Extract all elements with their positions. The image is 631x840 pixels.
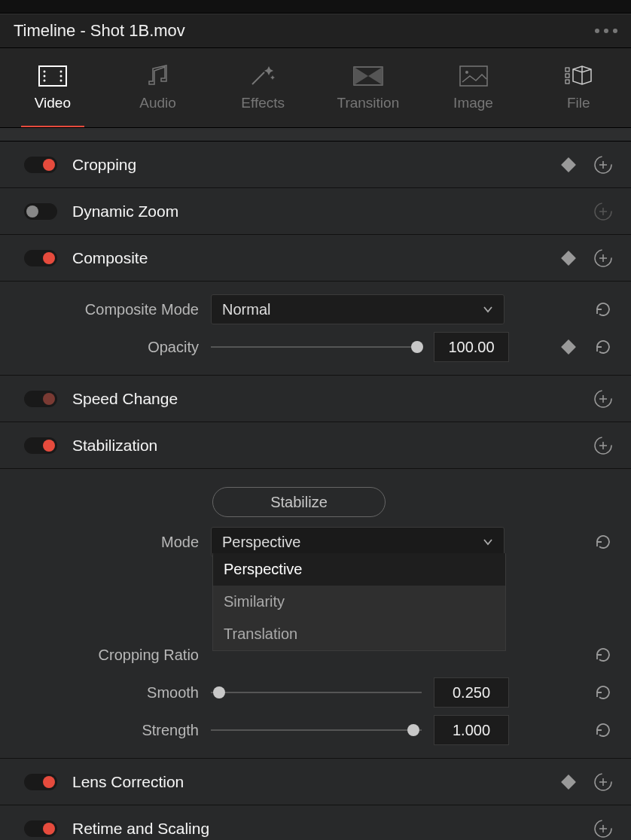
- reset-icon[interactable]: [593, 683, 613, 702]
- tab-label: Effects: [241, 95, 285, 111]
- keyframe-icon[interactable]: [561, 339, 576, 355]
- window-title: Timeline - Shot 1B.mov: [14, 21, 185, 41]
- section-title: Retime and Scaling: [72, 820, 617, 838]
- svg-point-6: [59, 79, 62, 81]
- tab-transition[interactable]: Transition: [316, 48, 421, 127]
- reset-icon[interactable]: [593, 155, 613, 175]
- svg-rect-0: [39, 66, 66, 86]
- smooth-value[interactable]: 0.250: [434, 677, 509, 708]
- reset-icon[interactable]: [593, 772, 613, 792]
- reset-icon[interactable]: [593, 720, 613, 740]
- smooth-label: Smooth: [0, 684, 199, 702]
- inspector-tabs: Video Audio Effects Transition Image Fil…: [0, 48, 631, 128]
- toggle-lens-correction[interactable]: [24, 774, 57, 790]
- image-icon: [459, 65, 489, 87]
- toggle-dynamic-zoom[interactable]: [24, 203, 57, 220]
- svg-rect-10: [565, 68, 569, 72]
- composite-mode-label: Composite Mode: [0, 301, 199, 318]
- section-composite-header[interactable]: Composite: [0, 235, 631, 282]
- opacity-label: Opacity: [0, 339, 199, 356]
- section-speed-change-header[interactable]: Speed Change: [0, 376, 631, 422]
- svg-rect-12: [565, 80, 569, 84]
- titlebar: Timeline - Shot 1B.mov: [0, 14, 631, 48]
- mode-option-perspective[interactable]: Perspective: [213, 553, 505, 586]
- toggle-cropping[interactable]: [24, 157, 57, 173]
- keyframe-icon[interactable]: [561, 157, 576, 172]
- effects-icon: [248, 65, 278, 87]
- section-title: Speed Change: [72, 390, 617, 408]
- reset-icon[interactable]: [593, 202, 613, 221]
- keyframe-icon[interactable]: [561, 775, 576, 790]
- toggle-stabilization[interactable]: [24, 437, 57, 454]
- svg-rect-11: [565, 74, 569, 78]
- tab-label: Transition: [337, 95, 399, 111]
- cropping-ratio-label: Cropping Ratio: [0, 647, 199, 664]
- chevron-down-icon: [483, 538, 493, 546]
- reset-icon[interactable]: [593, 248, 613, 268]
- section-title: Cropping: [72, 156, 617, 174]
- tab-effects[interactable]: Effects: [210, 48, 316, 127]
- section-title: Dynamic Zoom: [72, 202, 617, 221]
- svg-point-1: [43, 70, 45, 72]
- section-title: Stabilization: [72, 437, 617, 455]
- dropdown-value: Normal: [222, 301, 270, 318]
- svg-point-5: [59, 75, 62, 77]
- reset-icon[interactable]: [593, 645, 613, 665]
- mode-option-translation[interactable]: Translation: [213, 618, 505, 650]
- opacity-slider[interactable]: [211, 339, 422, 355]
- reset-icon[interactable]: [593, 819, 613, 838]
- strength-slider[interactable]: [211, 723, 422, 738]
- stabilization-mode-menu: Perspective Similarity Translation: [212, 553, 506, 651]
- section-stabilization-header[interactable]: Stabilization: [0, 422, 631, 469]
- svg-point-9: [465, 71, 468, 74]
- dropdown-value: Perspective: [222, 534, 301, 551]
- section-lens-correction-header[interactable]: Lens Correction: [0, 759, 631, 805]
- section-title: Composite: [72, 249, 617, 267]
- tab-label: Video: [35, 95, 71, 111]
- opacity-value[interactable]: 100.00: [434, 332, 509, 362]
- mode-option-similarity[interactable]: Similarity: [213, 586, 505, 618]
- stabilization-mode-dropdown[interactable]: Perspective: [211, 527, 504, 557]
- svg-point-4: [59, 70, 62, 72]
- transition-icon: [353, 65, 383, 87]
- chevron-down-icon: [483, 306, 493, 313]
- toggle-composite[interactable]: [24, 250, 57, 266]
- section-title: Lens Correction: [72, 773, 617, 791]
- stabilization-mode-label: Mode: [0, 534, 199, 551]
- reset-icon[interactable]: [593, 337, 613, 357]
- strength-value[interactable]: 1.000: [434, 715, 509, 745]
- tab-audio[interactable]: Audio: [105, 48, 211, 127]
- toggle-retime-scaling[interactable]: [24, 820, 57, 837]
- stabilize-button[interactable]: Stabilize: [212, 487, 386, 517]
- composite-mode-dropdown[interactable]: Normal: [211, 294, 504, 324]
- smooth-slider[interactable]: [211, 685, 422, 700]
- tab-video[interactable]: Video: [0, 48, 105, 127]
- svg-point-2: [43, 75, 45, 77]
- section-dynamic-zoom-header[interactable]: Dynamic Zoom: [0, 188, 631, 235]
- tab-label: File: [567, 95, 590, 111]
- tab-image[interactable]: Image: [421, 48, 526, 127]
- section-cropping-header[interactable]: Cropping: [0, 142, 631, 188]
- svg-point-3: [43, 79, 45, 81]
- video-icon: [38, 65, 68, 87]
- reset-icon[interactable]: [593, 300, 613, 319]
- file-icon: [563, 65, 593, 87]
- keyframe-icon[interactable]: [561, 251, 576, 266]
- tab-label: Image: [453, 95, 493, 111]
- reset-icon[interactable]: [593, 389, 613, 409]
- reset-icon[interactable]: [593, 532, 613, 552]
- menu-dots-icon[interactable]: [595, 29, 617, 33]
- strength-label: Strength: [0, 722, 199, 739]
- audio-icon: [143, 65, 173, 87]
- reset-icon[interactable]: [593, 436, 613, 455]
- tab-label: Audio: [139, 95, 176, 111]
- toggle-speed-change[interactable]: [24, 391, 57, 407]
- section-retime-scaling-header[interactable]: Retime and Scaling: [0, 805, 631, 840]
- tab-file[interactable]: File: [526, 48, 631, 127]
